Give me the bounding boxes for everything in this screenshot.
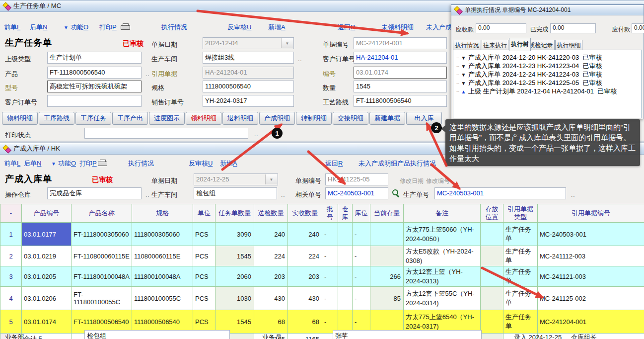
cell-num[interactable]: 5 <box>0 310 22 334</box>
ref-doc-field[interactable]: HA-241204-01 <box>203 67 294 79</box>
cell-ref_no[interactable]: MC-241125-002 <box>538 287 644 310</box>
column-header-warehouse[interactable]: 仓库 <box>338 204 353 223</box>
cell-name[interactable]: FT-111800100055C <box>72 287 132 310</box>
related-no-field[interactable]: MC-240503-001 <box>325 187 388 199</box>
cell-code[interactable]: 03.01.0177 <box>22 223 72 246</box>
column-header-location[interactable]: 库位 <box>353 204 370 223</box>
column-header-stock[interactable]: 当前存量 <box>370 204 404 223</box>
tab-execution-detail[interactable]: 执行明细 <box>555 40 582 51</box>
cell-stock[interactable]: 266 <box>370 266 404 287</box>
cell-unit[interactable]: PCS <box>193 246 215 266</box>
cell-location[interactable]: - <box>353 287 370 310</box>
cell-ref_no[interactable]: MC-240503-001 <box>538 223 644 246</box>
product-lookup-dots[interactable]: .. <box>145 71 150 78</box>
prod-order-dots[interactable]: .. <box>571 191 575 198</box>
cell-ref_type[interactable]: 生产任务单 <box>503 223 538 246</box>
new-doc-button[interactable]: 新建单据 <box>369 112 405 125</box>
cell-num[interactable]: 2 <box>0 246 22 266</box>
prod-order-field[interactable]: MC-240503-001 <box>434 187 566 199</box>
column-header-remark[interactable]: 备注 <box>404 204 481 223</box>
cell-batch[interactable]: - <box>322 223 338 246</box>
column-header-recv_qty[interactable]: 实收数量 <box>288 204 322 223</box>
process-output-button[interactable]: 工序产出 <box>112 112 148 125</box>
cell-ref_no[interactable]: MC-241112-003 <box>538 246 644 266</box>
toolbar-unapprove[interactable]: 反审核U <box>189 159 213 168</box>
cell-ref_type[interactable]: 生产任务单 <box>503 266 538 287</box>
workshop-field[interactable]: 焊接组3线 <box>203 52 294 64</box>
toolbar-unapprove[interactable]: 反审核U <box>227 23 251 32</box>
toolbar-print[interactable]: 打印P <box>99 23 117 32</box>
cell-task_qty[interactable]: 1545 <box>215 246 254 266</box>
calendar-button[interactable]: ▼ <box>265 174 277 184</box>
model-field[interactable]: 高稳定性可拆卸洗碗机碗架 <box>47 81 142 92</box>
completed-field[interactable]: 0.00 <box>550 23 596 33</box>
product-field[interactable]: FT-1118000506540 <box>47 67 142 79</box>
cell-remark[interactable]: 方太12套下篮55C（YH-2024-0314) <box>404 287 481 310</box>
cell-unit[interactable]: PCS <box>193 266 215 287</box>
route-field[interactable]: FT-1118000506540 <box>354 95 447 107</box>
cell-name[interactable]: FT-1118000305060 <box>72 223 132 246</box>
cell-remark[interactable]: 方太12套上篮（YH-2024-0313) <box>404 266 481 287</box>
column-header-num[interactable]: - <box>0 204 22 223</box>
cell-ref_type[interactable]: 生产任务单 <box>503 310 538 334</box>
tab-qc-records[interactable]: 质检记录 <box>527 40 555 51</box>
cust-order-field[interactable]: HA-241204-01 <box>354 52 447 64</box>
cell-recv_qty[interactable]: 240 <box>288 223 322 246</box>
cell-stock[interactable] <box>370 223 404 246</box>
print-status-dots[interactable]: .. <box>254 131 259 138</box>
workshop-dots[interactable]: .. <box>281 191 286 198</box>
cell-name[interactable]: FT-110800060115E <box>72 246 132 266</box>
cell-code[interactable]: 03.01.0174 <box>22 310 72 334</box>
dept-field[interactable]: 检包组 <box>84 330 230 339</box>
cell-unit[interactable]: PCS <box>193 223 215 246</box>
cell-recv_qty[interactable]: 203 <box>288 266 322 287</box>
doc-no-field[interactable]: MC-241204-001 <box>354 37 447 49</box>
cell-num[interactable]: 4 <box>0 287 22 310</box>
toolbar-add-new[interactable]: 新增A <box>268 23 286 32</box>
cell-task_qty[interactable]: 3090 <box>215 223 254 246</box>
process-task-button[interactable]: 工序任务 <box>75 112 111 125</box>
toolbar-printer[interactable] <box>121 23 130 31</box>
cell-warehouse[interactable] <box>338 223 353 246</box>
toolbar-return[interactable]: 返回R <box>338 23 355 32</box>
qty-field[interactable]: 1545 <box>354 81 447 92</box>
tab-execution-status[interactable]: 执行情况 <box>453 40 481 51</box>
toolbar-return[interactable]: 返回R <box>325 159 343 168</box>
cell-ref_type[interactable]: 生产任务单 <box>503 287 538 310</box>
op-warehouse-dots[interactable]: .. <box>145 191 150 198</box>
receivable-field[interactable]: 0.00 <box>476 23 526 33</box>
salesman-field[interactable]: 张苹 <box>333 330 482 339</box>
cell-inspect_qty[interactable]: 240 <box>254 223 288 246</box>
column-header-batch[interactable]: 批号 <box>322 204 338 223</box>
tab-transaction-execution[interactable]: 往来执行 <box>482 40 508 51</box>
handover-detail-button[interactable]: 交接明细 <box>333 112 368 125</box>
cell-spec[interactable]: 111800100048A <box>132 266 193 287</box>
tree-item[interactable]: ┄▲上级 生产计划单 2024-12-04 HA-241204-01 已审核 <box>456 87 642 95</box>
cell-warehouse[interactable] <box>338 287 353 310</box>
progress-chart-button[interactable]: 进度图示 <box>149 112 185 125</box>
code-field[interactable]: 03.01.0174 <box>354 67 447 79</box>
toolbar-functions-menu[interactable]: ▼功能O <box>51 159 76 168</box>
process-route-button[interactable]: 工序路线 <box>39 112 74 125</box>
cell-batch[interactable]: - <box>322 246 338 266</box>
column-header-name[interactable]: 产品名称 <box>72 204 132 223</box>
cell-spec[interactable]: 111800100055C <box>132 287 193 310</box>
tree-item[interactable]: ┄▼产成入库单 2024-12-23 HK-241223-04 已审核 <box>456 62 642 70</box>
cell-spec[interactable]: 110800060115E <box>132 246 193 266</box>
toolbar-print[interactable]: 打印P <box>79 159 97 168</box>
doc-date-field[interactable]: 2024-12-04 ▼ <box>203 37 294 49</box>
workshop-field[interactable]: 检包组 <box>194 187 277 199</box>
cell-unit[interactable]: PCS <box>193 287 215 310</box>
material-detail-button[interactable]: 物料明细 <box>2 112 38 125</box>
cell-name[interactable]: FT-111800100048A <box>72 266 132 287</box>
cell-code[interactable]: 03.01.0219 <box>22 246 72 266</box>
toolbar-next-doc[interactable]: 后单N <box>30 23 47 32</box>
cell-storage[interactable] <box>481 310 503 334</box>
cell-spec[interactable]: 1118000305060 <box>132 223 193 246</box>
table-row[interactable]: 203.01.0219FT-110800060115E110800060115E… <box>0 246 644 266</box>
cell-inspect_qty[interactable]: 430 <box>254 287 288 310</box>
tree-item[interactable]: ┄▼产成入库单 2024-12-20 HK-241220-03 已审核 <box>456 53 642 62</box>
cell-location[interactable]: - <box>353 266 370 287</box>
tree-item[interactable]: ┄▼产成入库单 2024-12-25 HK-241225-05 已审核 <box>456 79 642 87</box>
column-header-ref_no[interactable]: 引用单据编号 <box>538 204 644 223</box>
